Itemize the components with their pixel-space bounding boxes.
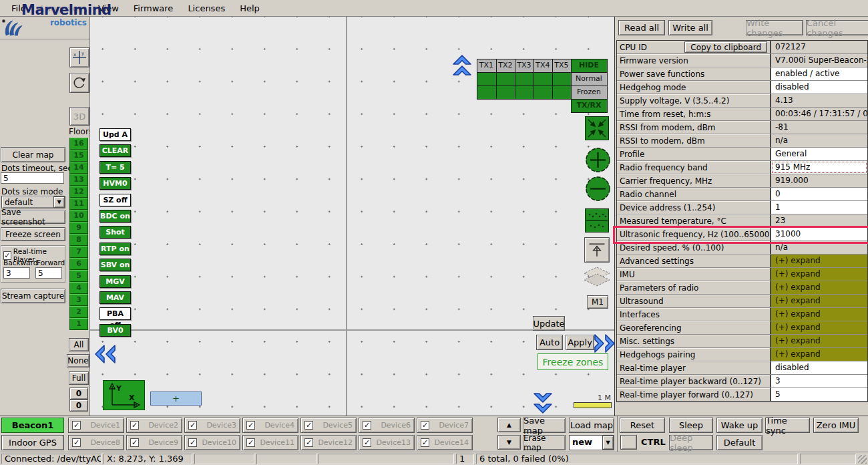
tx-header-tx2[interactable]: TX2 [496,59,515,73]
param-value-hedgehogs-pairing[interactable]: (+) expand [771,348,867,361]
chevron-down-icon[interactable]: ▼ [53,196,65,208]
backward-input[interactable] [3,267,30,279]
checkbox-device9[interactable]: ✓ [130,438,139,447]
m1-button[interactable]: M1 [587,295,608,309]
param-value-georeferencing[interactable]: (+) expand [771,321,867,334]
map-canvas[interactable]: Upd ACLEART= 5HVM0SZ offBDC onShotRTP on… [89,17,614,416]
device-cell-device14[interactable]: ✓Device14 [417,435,473,450]
checkbox-device8[interactable]: ✓ [72,438,81,447]
param-value-profile[interactable]: General [771,148,867,160]
tx-row-frozen[interactable]: Frozen [571,86,608,100]
floor-button-13[interactable]: 13 [69,174,88,186]
map-cmd-mav-on[interactable]: MAV on [99,291,131,304]
floor-button-14[interactable]: 14 [69,162,88,174]
floors-none-button[interactable]: None [67,354,89,367]
tx-state-cell[interactable] [496,86,515,100]
param-value-real-time-player-backward-0-127[interactable]: 3 [771,375,867,388]
checkbox-device2[interactable]: ✓ [130,421,139,430]
tx-hide-button[interactable]: HIDE [571,59,608,73]
floor-button-3[interactable]: 3 [69,294,88,306]
floor-button-16[interactable]: 16 [69,138,88,150]
param-value-radio-frequency-band[interactable]: 915 MHz [771,161,867,174]
param-value-ultrasound[interactable]: (+) expand [771,295,867,307]
param-value-power-save-functions[interactable]: enabled / active [771,67,867,80]
deep-sleep-button[interactable]: Deep sleep [669,435,713,450]
device-cell-device2[interactable]: ✓Device2 [126,418,182,433]
map-cmd-upd-a[interactable]: Upd A [99,128,131,141]
tx-state-cell[interactable] [552,86,572,100]
param-value-radio-channel[interactable]: 0 [771,188,867,200]
tx-state-cell[interactable] [552,72,572,86]
chevron-double-left-icon[interactable] [96,343,116,365]
param-value-real-time-player[interactable]: disabled [771,361,867,374]
menu-firmware[interactable]: Firmware [126,1,181,15]
menu-help[interactable]: Help [232,1,267,15]
param-value-parameters-of-radio[interactable]: (+) expand [771,281,867,294]
stream-capture-button[interactable]: Stream capture [1,289,65,303]
floor-button-8[interactable]: 8 [69,234,88,246]
device-cell-device11[interactable]: ✓Device11 [242,435,298,450]
reset-button[interactable]: Reset [620,418,665,433]
device-cell-device10[interactable]: ✓Device10 [184,435,240,450]
param-value-misc-settings[interactable]: (+) expand [771,335,867,347]
device-cell-device6[interactable]: ✓Device6 [359,418,415,433]
checkbox-device14[interactable]: ✓ [421,438,429,447]
tx-header-tx3[interactable]: TX3 [515,59,534,73]
device-cell-device4[interactable]: ✓Device4 [242,418,298,433]
tx-header-tx5[interactable]: TX5 [552,59,572,73]
map-select-combobox[interactable]: new ▼ [569,435,614,450]
map-cmd-bdc-on[interactable]: BDC on [99,210,131,222]
dots-timeout-input[interactable] [1,172,64,184]
indoor-gps-button[interactable]: Indoor GPS [1,435,64,450]
floor-button-15[interactable]: 15 [69,150,88,162]
tx-state-cell[interactable] [515,86,534,100]
tx-header-tx4[interactable]: TX4 [533,59,553,73]
floor-button-11[interactable]: 11 [69,198,88,210]
device-cell-device13[interactable]: ✓Device13 [359,435,415,450]
param-value-real-time-player-forward-0-127[interactable]: 5 [771,388,867,401]
erase-map-button[interactable]: Erase map [523,435,566,450]
map-cmd-rtp-on[interactable]: RTP on [99,243,131,255]
update-button[interactable]: Update [533,316,565,331]
map-cmd-shot[interactable]: Shot [99,226,131,239]
sleep-button[interactable]: Sleep [669,418,713,433]
tx-state-cell[interactable] [477,86,497,100]
device-cell-device7[interactable]: ✓Device7 [417,418,473,433]
device-cell-device3[interactable]: ✓Device3 [184,418,240,433]
axes-view-button[interactable]: x y [69,47,89,67]
rotate-view-button[interactable] [69,73,89,93]
save-map-button[interactable]: Save map [523,418,566,433]
map-cmd-hvm0[interactable]: HVM0 [99,177,131,190]
floor-button-5[interactable]: 5 [69,270,88,282]
apply-button[interactable]: Apply [566,335,594,350]
device-cell-device1[interactable]: ✓Device1 [68,418,124,433]
tx-header-tx1[interactable]: TX1 [477,59,497,73]
devices-scroll-up-button[interactable]: ▲ [497,418,521,432]
read-all-button[interactable]: Read all [618,20,665,35]
floors-full-button[interactable]: Full [69,371,89,385]
map-cmd-clear[interactable]: CLEAR [99,144,131,157]
dots-display-button[interactable] [585,208,609,235]
ctrl-checkbox[interactable] [620,435,637,450]
checkbox-device1[interactable]: ✓ [72,421,81,430]
zero-imu-button[interactable]: Zero IMU [813,418,859,433]
menu-licenses[interactable]: Licenses [180,1,232,15]
map-cmd-t-5[interactable]: T= 5 [99,161,131,174]
forward-input[interactable] [35,267,62,279]
floor-button-4[interactable]: 4 [69,282,88,294]
tx-state-cell[interactable] [533,86,553,100]
tx-state-cell[interactable] [533,72,553,86]
device-cell-device12[interactable]: ✓Device12 [300,435,357,450]
add-submap-button[interactable]: + [150,392,202,406]
floor-button-12[interactable]: 12 [69,186,88,198]
checkbox-device13[interactable]: ✓ [363,438,371,447]
chevron-double-up-icon[interactable] [452,55,472,78]
save-screenshot-button[interactable]: Save screenshot [1,210,65,224]
tx-row-normal[interactable]: Normal [571,72,608,86]
resize-grip[interactable] [858,455,867,464]
cancel-changes-button[interactable]: Cancel changes [806,20,868,35]
wake-up-button[interactable]: Wake up [716,418,763,433]
default-button[interactable]: Default [716,435,763,450]
map-cmd-sz-off[interactable]: SZ off [99,194,131,206]
copy-to-clipboard-button[interactable]: Copy to clipboard [684,41,767,53]
